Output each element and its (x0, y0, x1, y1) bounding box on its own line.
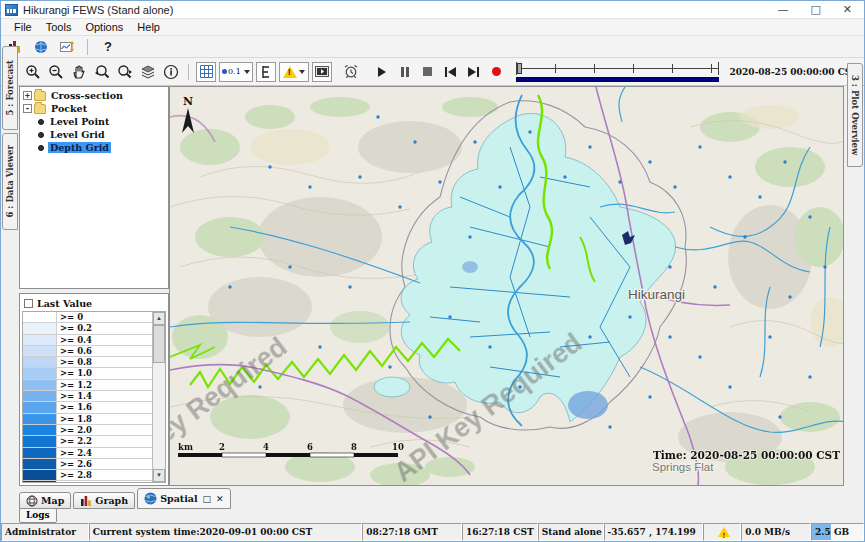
deep-water-patch (462, 261, 478, 273)
map-canvas[interactable]: API Key Required API Key Required Hikura… (169, 86, 844, 486)
legend-row-label: >= 2.0 (57, 425, 152, 435)
flood-lobe (374, 377, 410, 397)
animation-movie-button[interactable] (312, 62, 332, 82)
bar-chart-icon (80, 495, 92, 507)
minimize-button[interactable]: — (777, 1, 788, 19)
tree-node-depth-grid[interactable]: Depth Grid (20, 141, 168, 154)
tab-graph[interactable]: Graph (73, 492, 135, 509)
tree-node-level-point[interactable]: Level Point (20, 115, 168, 128)
legend-panel: Last Value >= 0>= 0.2>= 0.4>= 0.6>= 0.8>… (19, 293, 169, 486)
warning-threshold-dropdown[interactable] (279, 62, 309, 82)
close-button[interactable]: ✕ (843, 1, 852, 19)
skip-to-start-button[interactable] (441, 62, 461, 82)
zoom-next-icon[interactable] (115, 62, 135, 82)
legend-color-swatch (23, 312, 57, 322)
maximize-button[interactable]: □ (810, 1, 820, 19)
menu-tools[interactable]: Tools (39, 20, 79, 34)
globe-map-icon[interactable] (31, 37, 51, 57)
legend-row-label: >= 0 (57, 312, 152, 322)
toolbar-separator (87, 39, 88, 55)
legend-row[interactable]: >= 2.8 (23, 470, 152, 481)
scrollbar-thumb[interactable] (153, 325, 165, 363)
scroll-down-icon[interactable]: ▼ (153, 469, 165, 482)
legend-row-label: >= 1.8 (57, 414, 152, 424)
tree-node-label[interactable]: Pocket (49, 103, 89, 114)
legend-color-swatch (23, 470, 57, 480)
help-button[interactable]: ? (98, 39, 118, 54)
scroll-up-icon[interactable]: ▲ (153, 312, 165, 325)
record-button[interactable] (487, 62, 507, 82)
expand-icon[interactable]: + (23, 91, 32, 100)
tree-node-label-selected[interactable]: Depth Grid (48, 142, 111, 153)
legend-row[interactable]: >= 2.2 (23, 436, 152, 447)
legend-row[interactable]: >= 2.0 (23, 425, 152, 436)
legend-row-label: >= 2.2 (57, 436, 152, 446)
last-value-label: Last Value (37, 298, 92, 309)
pan-hand-icon[interactable] (69, 62, 89, 82)
contour-interval-dropdown[interactable]: 0.1 (219, 62, 253, 82)
title-bar: Hikurangi FEWS (Stand alone) — □ ✕ (1, 1, 864, 19)
legend-row[interactable]: >= 1.8 (23, 414, 152, 425)
tree-node-label[interactable]: Level Point (48, 116, 111, 127)
tab-close-icon[interactable]: ✕ (216, 494, 224, 504)
time-slider-ticks (517, 64, 718, 73)
status-gmt-time: 08:27:18 GMT (362, 523, 462, 541)
legend-row[interactable]: >= 0 (23, 312, 152, 323)
tree-node-cross-section[interactable]: + Cross-section (20, 89, 168, 102)
menu-help[interactable]: Help (130, 20, 167, 34)
legend-row[interactable]: >= 2.4 (23, 448, 152, 459)
warning-icon (283, 66, 297, 78)
folder-icon (34, 104, 46, 114)
tree-node-label[interactable]: Level Grid (48, 129, 107, 140)
collapse-icon[interactable]: - (23, 104, 32, 113)
svg-text:km: km (178, 442, 193, 452)
tree-node-level-grid[interactable]: Level Grid (20, 128, 168, 141)
map-time-label: Time: 2020-08-25 00:00:00 CST (653, 449, 840, 461)
legend-color-swatch (23, 481, 57, 482)
legend-row[interactable]: >= 2.6 (23, 459, 152, 470)
node-bullet-icon (38, 132, 44, 138)
legend-row[interactable]: >= 0.2 (23, 323, 152, 334)
layers-icon[interactable] (138, 62, 158, 82)
grid-layer-button[interactable] (196, 62, 216, 82)
status-memory: 2.5 GB (811, 523, 864, 541)
tab-map[interactable]: Map (19, 492, 71, 509)
menu-file[interactable]: File (7, 20, 39, 34)
legend-row[interactable]: >= 1.2 (23, 380, 152, 391)
legend-row[interactable]: >= 1.4 (23, 391, 152, 402)
info-icon[interactable] (161, 62, 181, 82)
status-warning-cell[interactable] (703, 523, 741, 541)
zoom-in-icon[interactable] (23, 62, 43, 82)
tab-restore-icon[interactable]: □ (203, 494, 212, 504)
pause-button[interactable] (395, 62, 415, 82)
tab-spatial[interactable]: Spatial □ ✕ (137, 488, 230, 509)
last-value-checkbox[interactable] (24, 299, 33, 308)
legend-row[interactable]: >= 0.8 (23, 357, 152, 368)
legend-row-label: >= 2.6 (57, 459, 152, 469)
play-button[interactable] (372, 62, 392, 82)
tree-node-pocket[interactable]: - Pocket (20, 102, 168, 115)
legend-row[interactable]: >= 3.0 (23, 481, 152, 482)
stop-button[interactable] (418, 62, 438, 82)
tree-node-label[interactable]: Cross-section (49, 90, 125, 101)
longitudinal-profile-button[interactable] (256, 62, 276, 82)
legend-scrollbar[interactable]: ▲ ▼ (152, 312, 165, 482)
time-slider[interactable] (516, 62, 719, 82)
status-user: Administrator (1, 523, 89, 541)
zoom-out-icon[interactable] (46, 62, 66, 82)
logs-button[interactable]: Logs (19, 508, 57, 523)
legend-row[interactable]: >= 1.0 (23, 368, 152, 379)
legend-row-label: >= 0.2 (57, 323, 152, 333)
time-slider-handle[interactable] (517, 63, 522, 74)
menu-options[interactable]: Options (78, 20, 130, 34)
legend-row[interactable]: >= 0.4 (23, 335, 152, 346)
timeseries-icon[interactable] (57, 37, 77, 57)
zoom-previous-icon[interactable] (92, 62, 112, 82)
svg-text:6: 6 (307, 442, 313, 452)
legend-row[interactable]: >= 0.6 (23, 346, 152, 357)
skip-to-end-button[interactable] (464, 62, 484, 82)
time-settings-icon[interactable] (341, 62, 361, 82)
status-local-time: 16:27:18 CST (462, 523, 538, 541)
legend-row[interactable]: >= 1.6 (23, 402, 152, 413)
legend-color-swatch (23, 436, 57, 446)
